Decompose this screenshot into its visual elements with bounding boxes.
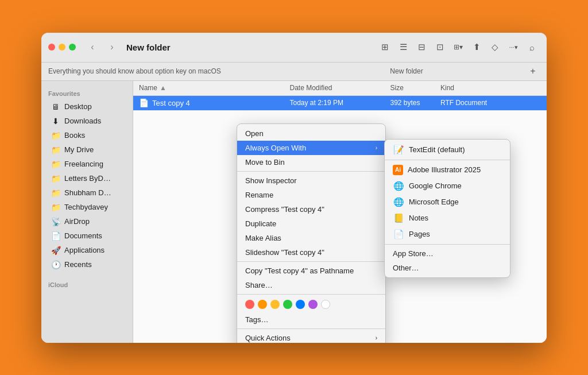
kind-column-header[interactable]: Kind (440, 84, 541, 92)
sidebar-item-downloads[interactable]: ⬇ Downloads (44, 114, 130, 128)
tag-color-purple[interactable] (308, 300, 318, 309)
ctx-always-open-with[interactable]: Always Open With › (237, 141, 385, 155)
window-title: New folder (126, 42, 171, 52)
freelancing-icon: 📁 (51, 160, 61, 169)
downloads-icon: ⬇ (51, 117, 61, 126)
ctx-share[interactable]: Share… (237, 278, 385, 292)
ctx-compress[interactable]: Compress "Test copy 4" (237, 202, 385, 217)
sidebar-item-recents[interactable]: 🕐 Recents (44, 258, 130, 272)
column-view-button[interactable]: ⊟ (413, 39, 430, 55)
sidebar-item-techbydavey[interactable]: 📁 Techbydavey (44, 200, 130, 214)
toolbar: ‹ › New folder ⊞ ☰ ⊟ ⊡ ⊞▾ ⬆ ◇ ···▾ ⌕ (41, 33, 547, 63)
chrome-icon: 🌐 (393, 181, 404, 191)
tag-color-white[interactable] (321, 300, 330, 309)
ctx-move-to-bin[interactable]: Move to Bin (237, 155, 385, 169)
sub-item-chrome[interactable]: 🌐 Google Chrome (385, 178, 510, 194)
sidebar-item-letters[interactable]: 📁 Letters ByD… (44, 172, 130, 185)
share-button[interactable]: ⬆ (469, 39, 485, 55)
sub-item-pages[interactable]: 📄 Pages (385, 226, 510, 242)
ctx-show-inspector[interactable]: Show Inspector (237, 173, 385, 188)
sub-item-illustrator[interactable]: Ai Adobe Illustrator 2025 (385, 162, 510, 178)
ctx-open[interactable]: Open (237, 126, 385, 141)
sidebar-item-label: Documents (64, 231, 102, 240)
sub-separator-2 (385, 244, 510, 245)
sub-item-appstore[interactable]: App Store… (385, 246, 510, 261)
ctx-copy-pathname[interactable]: Copy "Test copy 4" as Pathname (237, 264, 385, 278)
maximize-button[interactable] (69, 44, 76, 51)
sub-item-textedit[interactable]: 📝 TextEdit (default) (385, 142, 510, 158)
breadcrumb-folder: New folder (287, 67, 526, 75)
sidebar-item-label: Freelancing (64, 160, 103, 168)
sidebar-item-freelancing[interactable]: 📁 Freelancing (44, 157, 130, 171)
tag-color-picker (237, 296, 385, 312)
sidebar-item-label: Recents (64, 260, 92, 269)
ctx-slideshow[interactable]: Slideshow "Test copy 4" (237, 245, 385, 260)
notes-icon: 📒 (393, 213, 404, 223)
ctx-make-alias[interactable]: Make Alias (237, 231, 385, 245)
gallery-view-button[interactable]: ⊡ (432, 39, 448, 55)
shubham-icon: 📁 (51, 188, 61, 198)
minimize-button[interactable] (59, 44, 65, 51)
sub-item-notes[interactable]: 📒 Notes (385, 210, 510, 226)
forward-button[interactable]: › (105, 40, 119, 55)
ctx-duplicate[interactable]: Duplicate (237, 217, 385, 231)
file-kind-cell: RTF Document (440, 99, 541, 107)
sidebar-item-shubham[interactable]: 📁 Shubham D… (44, 186, 130, 200)
sub-separator-1 (385, 160, 510, 160)
file-date-cell: Today at 2:19 PM (290, 99, 390, 107)
size-column-header[interactable]: Size (390, 84, 441, 92)
sidebar-item-label: My Drive (64, 145, 94, 154)
tag-color-green[interactable] (283, 300, 292, 309)
ctx-tags[interactable]: Tags… (237, 312, 385, 327)
ctx-rename[interactable]: Rename (237, 188, 385, 202)
file-size-cell: 392 bytes (390, 99, 441, 107)
sidebar-item-label: Techbydavey (64, 203, 108, 211)
file-icon: 📄 (139, 98, 149, 107)
sidebar-item-books[interactable]: 📁 Books (44, 129, 130, 142)
sidebar-item-airdrop[interactable]: 📡 AirDrop (44, 215, 130, 229)
submenu: 📝 TextEdit (default) Ai Adobe Illustrato… (384, 139, 510, 278)
icloud-section-title: iCloud (41, 279, 133, 291)
date-column-header[interactable]: Date Modified (290, 84, 390, 92)
desktop-icon: 🖥 (51, 102, 61, 111)
icon-view-button[interactable]: ⊞ (377, 39, 393, 55)
list-view-button[interactable]: ☰ (395, 39, 411, 55)
sidebar-item-documents[interactable]: 📄 Documents (44, 229, 130, 243)
tag-color-red[interactable] (245, 300, 254, 309)
ctx-separator-2 (237, 261, 385, 262)
tag-button[interactable]: ◇ (487, 39, 503, 55)
back-button[interactable]: ‹ (85, 40, 100, 55)
ctx-quick-actions[interactable]: Quick Actions › (237, 331, 385, 343)
toolbar-icons: ⊞ ☰ ⊟ ⊡ ⊞▾ ⬆ ◇ ···▾ ⌕ (377, 39, 540, 55)
sidebar-item-mydrive[interactable]: 📁 My Drive (44, 143, 130, 157)
sidebar-item-desktop[interactable]: 🖥 Desktop (44, 100, 130, 114)
sub-item-edge[interactable]: 🌐 Microsoft Edge (385, 194, 510, 210)
sub-item-other[interactable]: Other… (385, 261, 510, 275)
column-headers: Name ▲ Date Modified Size Kind (133, 81, 547, 96)
file-name-cell: 📄 Test copy 4 (139, 98, 290, 107)
tag-color-yellow[interactable] (270, 300, 280, 309)
sort-button[interactable]: ⊞▾ (450, 39, 466, 55)
close-button[interactable] (48, 44, 55, 51)
quick-actions-arrow-icon: › (376, 335, 377, 341)
tag-color-blue[interactable] (296, 300, 305, 309)
add-tab-button[interactable]: + (526, 64, 540, 78)
breadcrumb-bar: Everything you should know about option … (41, 63, 547, 81)
favourites-section-title: Favourites (41, 88, 133, 99)
more-button[interactable]: ···▾ (505, 39, 521, 55)
finder-window: ‹ › New folder ⊞ ☰ ⊟ ⊡ ⊞▾ ⬆ ◇ ···▾ ⌕ Eve… (41, 33, 547, 343)
pages-icon: 📄 (393, 229, 404, 239)
sidebar-item-label: Applications (64, 246, 105, 254)
airdrop-icon: 📡 (51, 217, 61, 226)
sidebar-item-applications[interactable]: 🚀 Applications (44, 243, 130, 257)
applications-icon: 🚀 (51, 246, 61, 255)
sidebar-item-label: AirDrop (64, 217, 90, 226)
recents-icon: 🕐 (51, 260, 61, 269)
illustrator-icon: Ai (393, 165, 403, 175)
tag-color-orange[interactable] (258, 300, 267, 309)
search-button[interactable]: ⌕ (524, 39, 540, 55)
books-icon: 📁 (51, 131, 61, 140)
sidebar: Favourites 🖥 Desktop ⬇ Downloads 📁 Books… (41, 81, 133, 343)
table-row[interactable]: 📄 Test copy 4 Today at 2:19 PM 392 bytes… (133, 96, 547, 111)
name-column-header[interactable]: Name ▲ (139, 84, 290, 92)
